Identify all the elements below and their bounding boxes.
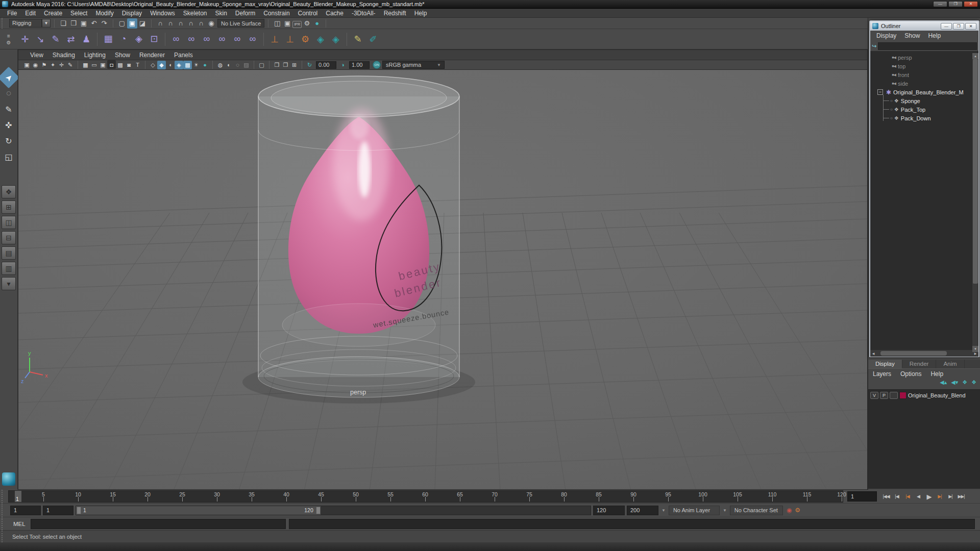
create-joint-icon[interactable]: ✛ (17, 32, 33, 47)
outliner-search-input[interactable] (878, 42, 977, 50)
panel-menu-item[interactable]: View (26, 52, 48, 59)
step-back-key-button[interactable]: |◀ (902, 491, 913, 502)
select-object-icon[interactable]: ▣ (127, 18, 137, 29)
paint-select-tool[interactable]: ✎ (1, 102, 16, 117)
outliner-title-bar[interactable]: Outliner — ❐ ✕ (870, 21, 978, 31)
2d-pan-zoom-icon[interactable]: ✛ (57, 61, 66, 69)
layer-display-type-toggle[interactable] (890, 392, 898, 399)
playback-range-bar[interactable]: 1 120 (76, 506, 321, 515)
outliner-menu-item[interactable]: Help (924, 32, 945, 39)
safe-action-icon[interactable]: ◙ (125, 60, 133, 69)
drag-handle[interactable] (2, 504, 7, 517)
snap-to-point-icon[interactable]: ∩ (176, 18, 186, 29)
scroll-down-icon[interactable]: ▼ (972, 346, 978, 352)
go-to-start-button[interactable]: |◀◀ (881, 491, 891, 502)
outliner-group-row[interactable]: − ✱ Original_Beauty_Blender_M (870, 88, 978, 96)
grid-icon[interactable]: ▦ (81, 61, 90, 69)
gamma-field[interactable]: 1.00 (349, 61, 370, 69)
maximize-button[interactable]: ❐ (948, 1, 963, 7)
pole-vector-constraint-icon[interactable]: ∞ (245, 32, 260, 47)
mirror-skin-weights-icon[interactable]: ✐ (365, 32, 381, 47)
ik-handle-icon[interactable]: ↘ (33, 32, 48, 47)
aim-constraint-icon[interactable]: ∞ (214, 32, 230, 47)
edit-membership-icon[interactable]: ▦ (101, 31, 116, 46)
command-language-label[interactable]: MEL (11, 521, 28, 527)
connect-attributes-icon[interactable]: ⊥ (282, 32, 298, 47)
use-all-lights-icon[interactable]: ▩ (183, 61, 192, 69)
range-slider-track[interactable]: 1 120 (76, 506, 591, 515)
menu-item[interactable]: Skeleton (179, 10, 211, 17)
menu-item[interactable]: Help (410, 10, 431, 17)
paint-skin-weights-icon[interactable]: ✎ (350, 32, 365, 47)
live-surface-field[interactable]: No Live Surface (217, 19, 264, 28)
occlusion-icon[interactable]: ● (201, 60, 209, 69)
outliner-vertical-scrollbar[interactable]: ▲ ▼ (972, 53, 978, 352)
outliner-horizontal-scrollbar[interactable]: ◀ ▶ (870, 350, 978, 357)
layer-visible-toggle[interactable]: V (870, 392, 878, 399)
close-button[interactable]: ✕ (965, 23, 976, 30)
outliner-menu-item[interactable]: Display (872, 32, 900, 39)
chevron-down-icon[interactable]: ▼ (42, 19, 51, 28)
select-component-icon[interactable]: ◪ (137, 18, 148, 29)
timeline-track[interactable]: 1 5 10 15 (8, 490, 843, 503)
orient-constraint-icon[interactable]: ∞ (199, 32, 214, 47)
layer-playback-toggle[interactable]: P (880, 392, 888, 399)
snap-to-curve-icon[interactable]: ∩ (165, 18, 176, 29)
shaded-icon[interactable]: ◆ (157, 61, 166, 69)
render-view-icon[interactable]: ◫ (272, 18, 282, 29)
default-material-icon[interactable]: ◍ (216, 61, 225, 69)
menu-item[interactable]: Modify (91, 10, 117, 17)
parent-constraint-icon[interactable]: ∞ (168, 32, 184, 47)
pane-layout-icon[interactable]: ❐ (273, 61, 281, 69)
persp-uv-layout-button[interactable]: ▥ (2, 262, 16, 275)
menu-item[interactable]: Control (294, 10, 322, 17)
animation-preferences-icon[interactable]: ⚙ (793, 507, 802, 514)
lattice-icon[interactable]: ◈ (131, 31, 146, 46)
menu-item[interactable]: Deform (231, 10, 259, 17)
minimize-button[interactable]: — (941, 23, 952, 30)
play-forwards-button[interactable]: ▶ (924, 491, 934, 502)
go-to-end-button[interactable]: ▶▶| (956, 491, 966, 502)
menu-item[interactable]: Edit (21, 10, 40, 17)
maximize-button[interactable]: ❐ (953, 23, 964, 30)
outliner-camera-row[interactable]: ■◀ top (870, 62, 978, 70)
step-forward-key-button[interactable]: ▶| (935, 491, 945, 502)
drag-handle[interactable] (2, 18, 7, 29)
isolate-select-icon[interactable]: ▢ (257, 61, 266, 69)
new-scene-icon[interactable]: ❑ (58, 18, 68, 29)
close-button[interactable]: ✕ (964, 1, 978, 7)
redshift-volume-icon[interactable]: ◈ (328, 32, 344, 47)
minimize-button[interactable]: — (933, 1, 947, 7)
shelf-tabs-icon[interactable]: ≡ (7, 33, 10, 39)
render-current-frame-icon[interactable]: ▣ (282, 18, 292, 29)
step-back-frame-button[interactable]: |◀ (892, 491, 902, 502)
snap-to-plane-icon[interactable]: ∩ (196, 18, 206, 29)
snap-to-projected-center-icon[interactable]: ∩ (186, 18, 196, 29)
save-scene-icon[interactable]: ▣ (79, 18, 89, 29)
new-layer-from-selected-icon[interactable]: ❖ (971, 379, 976, 389)
outliner-menu-item[interactable]: Show (900, 32, 924, 39)
gamma-icon[interactable]: ◑ (338, 61, 347, 69)
range-end-handle[interactable] (316, 507, 321, 514)
move-tool[interactable]: ✜ (1, 117, 16, 133)
current-frame-marker[interactable]: 1 (15, 491, 21, 502)
scroll-left-icon[interactable]: ◀ (870, 350, 876, 357)
scroll-up-icon[interactable]: ▲ (972, 53, 978, 59)
scale-constraint-icon[interactable]: ∞ (230, 32, 245, 47)
scrollbar-thumb[interactable] (880, 351, 947, 356)
hik-rig-icon[interactable]: ⚙ (298, 32, 313, 47)
muscle-tool-icon[interactable]: ◔ (116, 32, 131, 47)
field-chart-icon[interactable]: ▩ (116, 61, 125, 69)
outliner-camera-row[interactable]: ■◀ side (870, 79, 978, 88)
menu-set-dropdown[interactable]: Rigging ▼ (9, 19, 51, 28)
grease-pencil-icon[interactable]: ✎ (66, 61, 75, 69)
film-gate-icon[interactable]: ▭ (90, 61, 99, 69)
play-backwards-button[interactable]: ◀ (913, 491, 923, 502)
tab-display[interactable]: Display (868, 360, 902, 368)
drag-handle[interactable] (2, 490, 7, 503)
rotate-tool[interactable]: ↻ (1, 133, 16, 148)
color-management-on-icon[interactable]: ON (373, 61, 381, 69)
persp-outliner-layout-button[interactable]: ◫ (2, 216, 16, 229)
redshift-proxy-icon[interactable]: ◈ (313, 32, 328, 47)
texture-view-icon[interactable]: ◐ (225, 60, 233, 69)
